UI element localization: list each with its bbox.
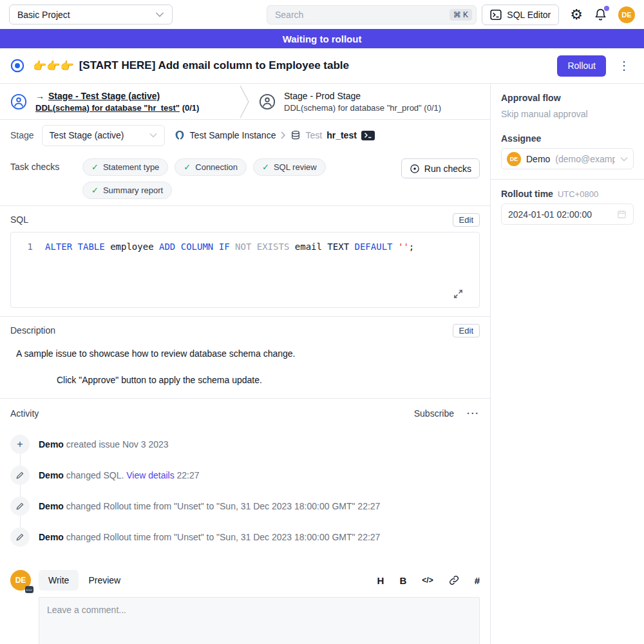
description-paragraph: A sample issue to showcase how to review… [16,348,480,359]
terminal-icon [490,9,502,21]
stage-name: Stage - Prod Stage [284,91,361,101]
right-sidebar: Approval flow Skip manual approval Assig… [491,84,644,644]
run-checks-button[interactable]: Run checks [401,158,480,178]
task-check-label: Connection [195,162,238,172]
sql-token: '' [398,242,409,252]
sql-editor-box[interactable]: 1 ALTER TABLE employee ADD COLUMN IF NOT… [10,232,480,308]
expand-icon[interactable] [453,289,464,299]
stage-separator-chevron [240,84,250,120]
rollout-time-input[interactable]: 2024-01-01 02:00:00 [501,204,634,225]
tab-write[interactable]: Write [39,570,79,591]
code-icon[interactable]: </> [422,576,433,584]
project-selector[interactable]: Basic Project [9,5,173,24]
database-breadcrumb: Test Sample Instance Test hr_test [174,129,375,141]
plus-icon: + [17,439,23,450]
sql-section: SQL Edit 1 ALTER TABLE employee ADD COLU… [0,206,490,308]
bold-icon[interactable]: B [399,576,406,585]
database-name[interactable]: hr_test [327,130,357,140]
hash-icon[interactable]: # [475,576,480,585]
assignee-stage-icon [259,93,276,110]
sql-editor-button[interactable]: SQL Editor [482,5,559,25]
sql-token: email TEXT [289,242,354,252]
activity-entry-icon [10,497,30,516]
top-bar: Basic Project ⌘ K SQL Editor ⚙ DE [0,0,644,29]
stage-select[interactable]: Test Stage (active) [42,125,165,146]
stage-card-test[interactable]: → Stage - Test Stage (active) DDL(schema… [0,91,240,113]
activity-section: Activity Subscribe ··· +Demo created iss… [0,398,490,547]
activity-more-icon[interactable]: ··· [467,408,480,419]
stage-select-value: Test Stage (active) [50,130,124,140]
assignee-avatar: DE [507,152,521,166]
activity-label: Activity [10,408,414,419]
assignee-stage-icon [10,93,27,110]
stage-task-detail: DDL(schema) for database "hr_test" [35,103,180,113]
search-shortcut-badge: ⌘ K [450,9,472,21]
check-icon: ✓ [91,185,99,195]
activity-entry-text: Demo changed Rollout time from "Unset" t… [39,501,380,511]
sql-token [393,242,398,252]
task-check-pill[interactable]: ✓SQL review [253,158,326,176]
timeline-connector [20,454,21,466]
open-in-sql-editor-icon[interactable] [361,131,375,140]
comment-bubble-badge: ••• [25,586,33,593]
project-selector-value: Basic Project [17,10,70,20]
issue-status-icon [10,59,24,73]
activity-entry-text: Demo created issue Nov 3 2023 [39,439,169,450]
rollout-timezone: UTC+0800 [558,189,598,199]
app-window: Basic Project ⌘ K SQL Editor ⚙ DE Waitin… [0,0,644,644]
sql-token: DEFAULT [355,242,393,252]
comment-editor: DE ••• Write Preview H B </> [0,570,490,644]
chevron-right-icon [280,131,286,139]
view-details-link[interactable]: View details [126,470,174,480]
subscribe-button[interactable]: Subscribe [414,408,454,419]
postgresql-icon [174,129,185,141]
instance-name[interactable]: Test Sample Instance [190,130,276,140]
rollout-button[interactable]: Rollout [557,55,606,77]
description-label: Description [10,325,55,336]
description-edit-button[interactable]: Edit [453,324,480,337]
activity-entry: Demo changed Rollout time from "Unset" t… [10,497,480,516]
kebab-menu-icon[interactable]: ⋮ [614,59,634,73]
assignee-email: (demo@example [555,154,615,164]
approval-flow-title: Approval flow [501,93,634,103]
gear-icon[interactable]: ⚙ [570,8,583,22]
assignee-select[interactable]: DE Demo (demo@example [501,148,634,169]
task-check-pills: ✓Statement type✓Connection✓SQL review✓Su… [82,158,372,199]
sql-token: ADD COLUMN [159,242,213,252]
active-stage-arrow: → [35,91,44,101]
sql-edit-button[interactable]: Edit [453,213,480,227]
task-check-label: SQL review [274,162,317,172]
timeline-connector [20,516,21,527]
user-avatar[interactable]: DE [618,6,635,23]
activity-entry-text: Demo changed Rollout time from "Unset" t… [39,532,380,542]
search-box[interactable]: ⌘ K [267,5,477,24]
line-number: 1 [11,242,33,252]
comment-input[interactable] [39,597,480,644]
sql-statement: ALTER TABLE employee ADD COLUMN IF NOT E… [45,242,414,252]
stage-card-prod[interactable]: Stage - Prod Stage DDL(schema) for datab… [250,91,441,113]
activity-entry-text: Demo changed SQL. View details 22:27 [39,470,200,480]
assignee-name: Demo [526,154,550,164]
rollout-time-title: Rollout time [501,189,553,199]
check-icon: ✓ [262,162,269,172]
chevron-down-icon [620,156,628,162]
tab-preview[interactable]: Preview [79,570,130,591]
task-check-pill[interactable]: ✓Statement type [82,158,168,176]
pencil-icon [15,533,24,542]
stage-name: Stage - Test Stage (active) [48,91,160,101]
run-checks-icon [410,164,420,174]
notification-bell-icon[interactable] [594,8,607,21]
issue-title-text: [START HERE] Add email column to Employe… [79,59,349,72]
link-icon[interactable] [449,575,459,585]
status-banner: Waiting to rollout [0,29,644,48]
task-check-pill[interactable]: ✓Connection [175,158,247,176]
search-input[interactable] [274,9,450,21]
sql-token: ; [409,242,414,252]
task-check-label: Statement type [103,162,159,172]
stage-pipeline: → Stage - Test Stage (active) DDL(schema… [0,84,490,120]
task-check-pill[interactable]: ✓Summary report [82,182,172,199]
heading-icon[interactable]: H [377,576,384,585]
check-icon: ✓ [184,162,191,172]
sql-label: SQL [10,214,28,225]
activity-entry: +Demo created issue Nov 3 2023 [10,435,480,454]
